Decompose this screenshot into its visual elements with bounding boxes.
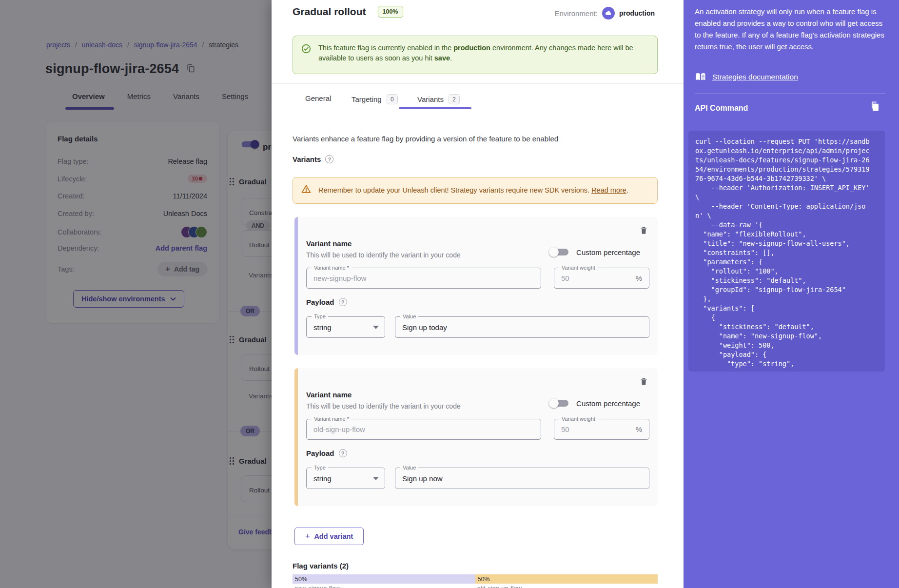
variants-count-badge: 2: [449, 94, 460, 104]
activation-strategy-info: An activation strategy will only run whe…: [695, 6, 886, 53]
sidebar-divider: [695, 94, 886, 94]
warning-alert-text: Remember to update your Unleash client! …: [318, 185, 628, 196]
variant-name-input[interactable]: [307, 419, 541, 439]
trash-icon: [639, 377, 648, 386]
payload-type-select[interactable]: Type string: [306, 316, 385, 338]
help-icon[interactable]: ?: [339, 298, 347, 306]
environment-indicator: Environment: production: [555, 7, 655, 20]
read-more-link[interactable]: Read more: [591, 186, 626, 194]
help-icon[interactable]: ?: [325, 155, 333, 163]
payload-value-label: Value: [400, 465, 418, 471]
tab-variants[interactable]: Variants 2: [417, 94, 460, 104]
flag-variants-bar-labels: new-signup-flow old-sign-up-flow: [293, 585, 658, 588]
chevron-down-icon: [373, 477, 379, 480]
variant-name-field-label: Variant name *: [312, 416, 352, 422]
payload-value-label: Value: [400, 314, 418, 320]
payload-type-value: string: [313, 323, 332, 332]
variant-name-input[interactable]: [307, 268, 541, 288]
success-alert-text: This feature flag is currently enabled i…: [318, 43, 649, 67]
delete-variant-button[interactable]: [639, 377, 648, 388]
warning-triangle-icon: [301, 184, 312, 197]
percent-unit: %: [636, 425, 649, 433]
environment-value: production: [619, 9, 655, 17]
variant-weight-input[interactable]: [554, 268, 636, 288]
cloud-icon: [602, 7, 615, 20]
edit-strategy-modal: Gradual rollout 100% Environment: produc…: [272, 0, 684, 588]
environment-label: Environment:: [555, 9, 598, 18]
variant-weight-field-label: Variant weight: [559, 265, 598, 271]
custom-percentage-toggle[interactable]: [549, 397, 571, 409]
custom-percentage-toggle[interactable]: [549, 246, 571, 258]
payload-type-label: Type: [312, 465, 328, 471]
header-divider: [272, 83, 684, 84]
api-command-code: curl --location --request PUT 'https://s…: [695, 137, 878, 369]
variant-weight-input[interactable]: [554, 419, 636, 439]
tab-general[interactable]: General: [305, 94, 331, 102]
add-variant-button[interactable]: + Add variant: [294, 528, 364, 545]
variant-bar-segment-2: 50%: [475, 574, 658, 584]
variant-card-1: Variant name This will be used to identi…: [294, 217, 658, 355]
variant-weight-field: Variant weight %: [554, 419, 649, 440]
modal-backdrop[interactable]: [0, 0, 272, 588]
percent-unit: %: [636, 274, 649, 282]
chevron-down-icon: [373, 326, 379, 329]
flag-variants-bar: 50% 50%: [293, 574, 658, 584]
variant-card-2: Variant name This will be used to identi…: [294, 368, 658, 506]
strategies-docs-row: Strategies documentation: [695, 71, 798, 83]
variant-weight-field: Variant weight %: [554, 268, 649, 289]
variant-name-field: Variant name *: [306, 268, 541, 289]
rollout-percentage-badge: 100%: [378, 6, 403, 18]
check-circle-icon: [301, 43, 312, 67]
variant-bar-segment-1: 50%: [293, 574, 475, 584]
custom-percentage-row: Custom percentage: [549, 246, 640, 258]
book-icon: [695, 71, 706, 83]
payload-heading: Payload ?: [306, 298, 347, 306]
variant-bar-label-2: old-sign-up-flow: [475, 585, 658, 588]
payload-value-field: Value: [395, 468, 649, 489]
variant-name-heading: Variant name: [306, 239, 352, 248]
modal-title: Gradual rollout: [293, 6, 366, 18]
payload-type-select[interactable]: Type string: [306, 468, 385, 489]
variant-name-help: This will be used to identify the varian…: [306, 251, 461, 259]
modal-tabs: General Targeting 0 Variants 2: [272, 89, 684, 109]
variants-description: Variants enhance a feature flag by provi…: [293, 135, 558, 143]
payload-value-field: Value: [395, 316, 649, 338]
payload-heading: Payload ?: [306, 449, 347, 457]
api-command-code-block: curl --location --request PUT 'https://s…: [688, 131, 885, 372]
targeting-count-badge: 0: [387, 94, 398, 104]
copy-icon: [869, 100, 881, 112]
custom-percentage-row: Custom percentage: [549, 397, 640, 409]
copy-api-command-button[interactable]: [869, 100, 881, 114]
sdk-warning-alert: Remember to update your Unleash client! …: [293, 177, 658, 204]
variant-name-field-label: Variant name *: [312, 265, 352, 271]
variant-weight-field-label: Variant weight: [559, 416, 598, 422]
page: projects / unleash-docs / signup-flow-ji…: [0, 0, 899, 588]
variant-name-help: This will be used to identify the varian…: [306, 402, 461, 410]
flag-variants-heading: Flag variants (2): [293, 562, 349, 570]
variant-bar-label-1: new-signup-flow: [293, 585, 475, 588]
payload-value-input[interactable]: [395, 468, 649, 489]
payload-type-label: Type: [312, 314, 328, 320]
strategy-help-sidebar: An activation strategy will only run whe…: [684, 0, 899, 588]
payload-type-value: string: [313, 474, 332, 483]
delete-variant-button[interactable]: [639, 226, 648, 236]
variant-name-field: Variant name *: [306, 419, 541, 440]
variant-name-heading: Variant name: [306, 391, 352, 399]
strategies-documentation-link[interactable]: Strategies documentation: [712, 73, 798, 81]
enabled-success-alert: This feature flag is currently enabled i…: [293, 36, 658, 74]
custom-percentage-label: Custom percentage: [576, 399, 640, 408]
tab-targeting[interactable]: Targeting 0: [352, 94, 398, 104]
payload-value-input[interactable]: [395, 317, 649, 337]
api-command-heading: API Command: [695, 104, 748, 113]
variants-section-heading: Variants ?: [293, 155, 333, 163]
plus-icon: +: [305, 531, 311, 542]
active-tab-underline: [399, 107, 471, 109]
custom-percentage-label: Custom percentage: [576, 248, 640, 256]
help-icon[interactable]: ?: [339, 449, 347, 457]
trash-icon: [639, 226, 648, 235]
